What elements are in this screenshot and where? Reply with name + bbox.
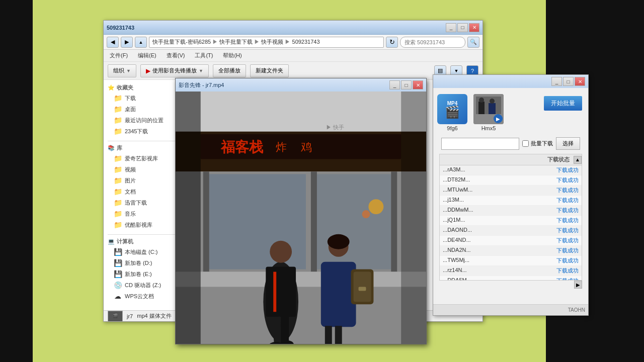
minimize-btn[interactable]: _	[446, 23, 456, 32]
svg-point-36	[362, 210, 370, 218]
play-overlay: ▶	[494, 114, 503, 123]
svg-rect-29	[325, 326, 332, 344]
dl-item-name: ...DT82M...	[443, 176, 551, 184]
close-btn[interactable]: ✕	[469, 23, 479, 32]
refresh-btn[interactable]: ↻	[386, 37, 398, 48]
sidebar-item-d-drive[interactable]: 💾 新加卷 (D:)	[104, 257, 181, 268]
download-list-item: ...rA3M... 下载成功	[440, 165, 582, 175]
play-video-btn[interactable]: ▶ 使用影音先锋播放 ▼	[140, 64, 209, 77]
sidebar-item-iqiyi[interactable]: 📁 爱奇艺影视库	[104, 153, 181, 164]
sidebar-library-header: 📚 库	[104, 143, 181, 153]
svg-rect-33	[176, 92, 201, 344]
explorer-menubar: 文件(F) 编辑(E) 查看(V) 工具(T) 帮助(H)	[104, 50, 482, 62]
scroll-up-btn[interactable]: ▲	[574, 156, 582, 164]
sidebar-item-c-drive[interactable]: 💾 本地磁盘 (C:)	[104, 246, 181, 257]
address-path[interactable]: 快手批量下载-密码6285 ▶ 快手批量下载 ▶ 快手视频 ▶ 50923174…	[149, 37, 384, 48]
forward-btn[interactable]: ▶	[121, 37, 133, 48]
list-header-status: 下载状态	[543, 154, 574, 165]
download-list-item: ...DDA5M... 下载成功	[440, 276, 582, 281]
dl-minimize-btn[interactable]: _	[551, 77, 562, 86]
search-btn[interactable]: 🔍	[467, 37, 479, 48]
svg-rect-40	[478, 102, 485, 114]
sidebar-computer-section: 💻 计算机 💾 本地磁盘 (C:) 💾 新加卷 (D:) 💾 新加卷 (E:) …	[104, 237, 181, 302]
download-list-item: ...rz14N... 下载成功	[440, 266, 582, 276]
menu-file[interactable]: 文件(F)	[108, 51, 130, 60]
svg-point-35	[368, 199, 383, 214]
sidebar-item-2345[interactable]: 📁 2345下载	[104, 126, 181, 137]
sidebar-item-recent[interactable]: 📁 最近访问的位置	[104, 115, 181, 126]
svg-rect-9	[316, 174, 391, 269]
status-file-info: 🎬 jr7 mp4 媒体文件 大...	[108, 311, 186, 322]
video-close-btn[interactable]: ✕	[413, 80, 423, 89]
sidebar-item-video[interactable]: 📁 视频	[104, 164, 181, 175]
organize-btn[interactable]: 组织 ▼	[108, 64, 136, 77]
explorer-addressbar: ◀ ▶ ▲ 快手批量下载-密码6285 ▶ 快手批量下载 ▶ 快手视频 ▶ 50…	[104, 35, 482, 50]
sidebar-item-z-drive[interactable]: 💿 CD 驱动器 (Z:)	[104, 280, 181, 291]
search-input[interactable]	[400, 37, 465, 48]
svg-point-25	[328, 234, 350, 249]
icon-9fg6-label: 9fg6	[447, 125, 457, 131]
download-list-item: ...NDA2N... 下载成功	[440, 246, 582, 256]
status-filename: jr7	[127, 313, 133, 319]
download-list-item: ...MTUwM... 下载成功	[440, 186, 582, 196]
folder-video-icon: 📁	[114, 165, 122, 173]
up-btn[interactable]: ▲	[135, 37, 147, 48]
menu-view[interactable]: 查看(V)	[165, 51, 187, 60]
url-input[interactable]	[441, 138, 519, 150]
dl-close-btn[interactable]: ✕	[575, 77, 585, 86]
back-btn[interactable]: ◀	[107, 37, 119, 48]
sidebar-item-desktop[interactable]: 📁 桌面	[104, 104, 181, 115]
video-scene-svg: 福客栈 炸 鸡	[176, 92, 426, 344]
download-titlebar: _ □ ✕	[433, 75, 588, 88]
film-icon: 🎬	[445, 106, 460, 118]
sidebar-item-music[interactable]: 📁 音乐	[104, 208, 181, 219]
download-list: ...rA3M... 下载成功 ...DT82M... 下载成功 ...MTUw…	[439, 165, 582, 281]
folder-doc-icon: 📁	[114, 188, 122, 196]
video-maximize-btn[interactable]: □	[401, 80, 412, 89]
sidebar-item-download[interactable]: 📁 下载	[104, 93, 181, 104]
dl-item-name: ...TW5Mj...	[443, 257, 551, 264]
batch-start-btn[interactable]: 开始批量	[544, 96, 582, 111]
folder-desktop-icon: 📁	[114, 105, 122, 113]
dl-item-name: ...MTUwM...	[443, 187, 551, 194]
new-folder-btn[interactable]: 新建文件夹	[250, 64, 289, 77]
dl-item-status: 下载成功	[551, 166, 579, 174]
dl-item-status: 下载成功	[551, 247, 579, 254]
menu-tools[interactable]: 工具(T)	[193, 51, 215, 60]
play-all-btn[interactable]: 全部播放	[213, 64, 246, 77]
maximize-btn[interactable]: □	[457, 23, 468, 32]
menu-edit[interactable]: 编辑(E)	[136, 51, 158, 60]
download-manager-window: _ □ ✕ MP4 🎬 9fg6	[433, 74, 589, 316]
sidebar-item-image[interactable]: 📁 图片	[104, 175, 181, 186]
svg-rect-10	[203, 171, 209, 272]
dl-item-status: 下载成功	[551, 217, 579, 224]
computer-icon: 💻	[108, 238, 115, 245]
scroll-right-btn[interactable]: ▶	[574, 281, 582, 289]
svg-text:福客栈: 福客栈	[220, 139, 264, 155]
sidebar-item-doc[interactable]: 📁 文档	[104, 186, 181, 197]
dl-item-name: ...NDA2N...	[443, 247, 551, 254]
svg-rect-34	[401, 92, 426, 344]
menu-help[interactable]: 帮助(H)	[221, 51, 244, 60]
icons-row: MP4 🎬 9fg6 ▶	[437, 92, 584, 135]
dl-maximize-btn[interactable]: □	[563, 77, 574, 86]
sidebar-computer-header: 💻 计算机	[104, 237, 181, 246]
video-content: 福客栈 炸 鸡	[176, 92, 426, 344]
video-title: 影音先锋 - jr7.mp4	[179, 81, 388, 89]
sidebar-divider-1	[108, 141, 177, 141]
dl-item-name: ...j13M...	[443, 197, 551, 204]
list-footer: ▶	[439, 281, 582, 289]
select-btn[interactable]: 选择	[556, 137, 580, 150]
video-minimize-btn[interactable]: _	[389, 80, 400, 89]
sidebar-item-thunder[interactable]: 📁 迅雷下载	[104, 197, 181, 208]
batch-checkbox[interactable]	[522, 140, 529, 147]
download-list-item: ...jQ1M... 下载成功	[440, 216, 582, 226]
sidebar-item-youku[interactable]: 📁 优酷影视库	[104, 219, 181, 230]
sidebar-library-section: 📚 库 📁 爱奇艺影视库 📁 视频 📁 图片 📁 文档	[104, 143, 181, 230]
download-list-item: ...DAOND... 下载成功	[440, 226, 582, 236]
sidebar-favorites-header: ⭐ 收藏夹	[104, 83, 181, 93]
dl-item-status: 下载成功	[551, 197, 579, 204]
sidebar-item-e-drive[interactable]: 💾 新加卷 (E:)	[104, 268, 181, 280]
explorer-titlebar: 509231743 _ □ ✕	[104, 21, 482, 35]
sidebar-item-wps[interactable]: ☁ WPS云文档	[104, 291, 181, 302]
